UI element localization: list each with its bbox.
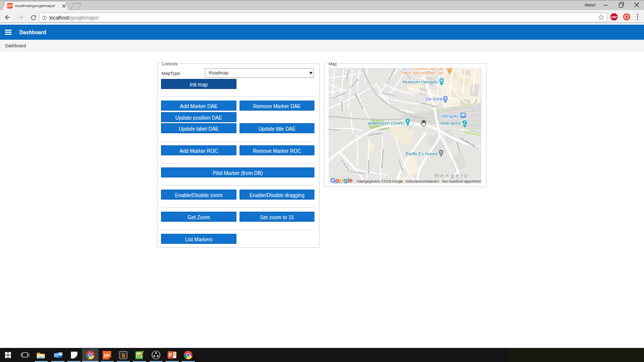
- svg-text:DF: DF: [104, 353, 110, 358]
- svg-text:Lansinkweg: Lansinkweg: [366, 159, 370, 174]
- svg-text:Kaartgegevens ©2018 Google: Kaartgegevens ©2018 Google: [357, 179, 404, 184]
- svg-text:Gebruiksvoorwaarden: Gebruiksvoorwaarden: [406, 179, 439, 183]
- svg-text:Twee Wezen/Bier- en...: Twee Wezen/Bier- en...: [400, 70, 447, 75]
- svg-text:De Brink: De Brink: [426, 96, 443, 102]
- svg-text:Hengelo: Hengelo: [435, 172, 469, 178]
- svg-text:Google: Google: [331, 176, 353, 184]
- svg-text:Metropool: Metropool: [440, 120, 460, 125]
- svg-text:ABP: ABP: [611, 16, 617, 19]
- svg-text:Een kaartfout rapporteren: Een kaartfout rapporteren: [442, 179, 481, 184]
- svg-text:Museum Hengelo: Museum Hengelo: [403, 78, 438, 84]
- svg-text:P: P: [169, 352, 172, 358]
- svg-text:Berflo Es Noord: Berflo Es Noord: [406, 151, 437, 156]
- svg-text:Hengelo: Hengelo: [441, 113, 458, 118]
- svg-text:Watertoren (Stork): Watertoren (Stork): [367, 120, 404, 125]
- svg-text:S: S: [122, 353, 125, 358]
